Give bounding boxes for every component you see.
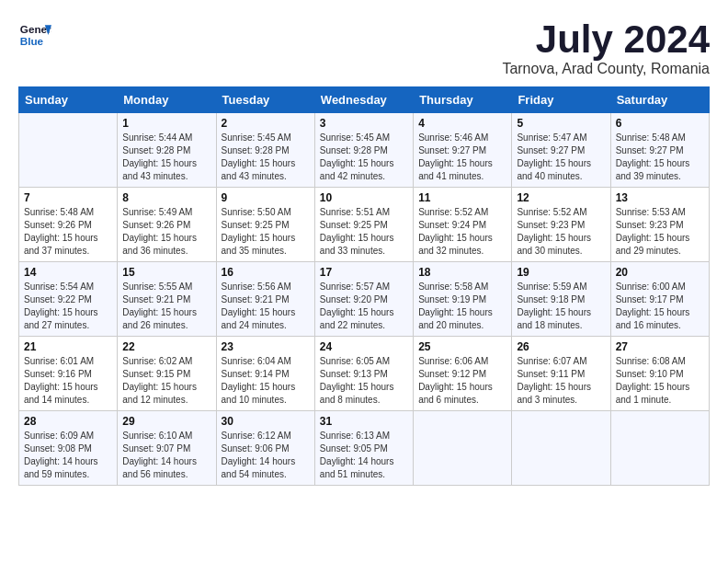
day-number: 12 bbox=[517, 191, 605, 204]
calendar-cell: 18 Sunrise: 5:58 AMSunset: 9:19 PMDaylig… bbox=[414, 262, 512, 337]
day-info: Sunrise: 6:12 AMSunset: 9:06 PMDaylight:… bbox=[222, 430, 310, 481]
calendar-table: Sunday Monday Tuesday Wednesday Thursday… bbox=[18, 86, 710, 486]
calendar-cell: 31 Sunrise: 6:13 AMSunset: 9:05 PMDaylig… bbox=[314, 411, 413, 486]
week-row-5: 28 Sunrise: 6:09 AMSunset: 9:08 PMDaylig… bbox=[19, 411, 710, 486]
day-info: Sunrise: 5:45 AMSunset: 9:28 PMDaylight:… bbox=[222, 132, 310, 183]
calendar-cell: 20 Sunrise: 6:00 AMSunset: 9:17 PMDaylig… bbox=[610, 262, 709, 337]
day-number: 31 bbox=[320, 415, 408, 428]
col-sunday: Sunday bbox=[19, 87, 118, 113]
day-number: 17 bbox=[320, 266, 408, 279]
day-number: 9 bbox=[222, 191, 310, 204]
day-number: 2 bbox=[222, 117, 310, 130]
logo-icon: General Blue bbox=[18, 18, 51, 52]
day-number: 14 bbox=[24, 266, 112, 279]
day-number: 29 bbox=[122, 415, 210, 428]
calendar-cell: 28 Sunrise: 6:09 AMSunset: 9:08 PMDaylig… bbox=[19, 411, 118, 486]
page-container: General Blue July 2024 Tarnova, Arad Cou… bbox=[18, 18, 710, 486]
day-number: 18 bbox=[418, 266, 506, 279]
day-info: Sunrise: 6:00 AMSunset: 9:17 PMDaylight:… bbox=[616, 281, 704, 332]
day-info: Sunrise: 6:05 AMSunset: 9:13 PMDaylight:… bbox=[320, 355, 408, 407]
calendar-cell bbox=[414, 411, 512, 486]
calendar-cell bbox=[19, 113, 118, 188]
day-info: Sunrise: 6:04 AMSunset: 9:14 PMDaylight:… bbox=[222, 355, 310, 407]
calendar-cell: 11 Sunrise: 5:52 AMSunset: 9:24 PMDaylig… bbox=[414, 188, 512, 262]
calendar-cell: 23 Sunrise: 6:04 AMSunset: 9:14 PMDaylig… bbox=[216, 337, 314, 411]
calendar-cell: 1 Sunrise: 5:44 AMSunset: 9:28 PMDayligh… bbox=[118, 113, 216, 188]
calendar-cell: 5 Sunrise: 5:47 AMSunset: 9:27 PMDayligh… bbox=[512, 113, 610, 188]
calendar-cell bbox=[512, 411, 610, 486]
day-info: Sunrise: 6:01 AMSunset: 9:16 PMDaylight:… bbox=[24, 355, 112, 407]
day-number: 4 bbox=[418, 117, 506, 130]
day-number: 8 bbox=[122, 191, 210, 204]
day-info: Sunrise: 6:02 AMSunset: 9:15 PMDaylight:… bbox=[122, 355, 210, 407]
week-row-3: 14 Sunrise: 5:54 AMSunset: 9:22 PMDaylig… bbox=[19, 262, 710, 337]
day-info: Sunrise: 5:45 AMSunset: 9:28 PMDaylight:… bbox=[320, 132, 408, 183]
day-number: 22 bbox=[122, 340, 210, 353]
day-info: Sunrise: 6:06 AMSunset: 9:12 PMDaylight:… bbox=[418, 355, 506, 407]
logo: General Blue bbox=[18, 18, 51, 52]
day-info: Sunrise: 5:56 AMSunset: 9:21 PMDaylight:… bbox=[222, 281, 310, 332]
day-number: 3 bbox=[320, 117, 408, 130]
col-thursday: Thursday bbox=[414, 87, 512, 113]
day-info: Sunrise: 6:09 AMSunset: 9:08 PMDaylight:… bbox=[24, 430, 112, 481]
calendar-cell: 29 Sunrise: 6:10 AMSunset: 9:07 PMDaylig… bbox=[118, 411, 216, 486]
day-number: 13 bbox=[616, 191, 704, 204]
col-saturday: Saturday bbox=[610, 87, 709, 113]
calendar-cell: 16 Sunrise: 5:56 AMSunset: 9:21 PMDaylig… bbox=[216, 262, 314, 337]
day-info: Sunrise: 5:55 AMSunset: 9:21 PMDaylight:… bbox=[122, 281, 210, 332]
calendar-cell: 30 Sunrise: 6:12 AMSunset: 9:06 PMDaylig… bbox=[216, 411, 314, 486]
calendar-cell: 21 Sunrise: 6:01 AMSunset: 9:16 PMDaylig… bbox=[19, 337, 118, 411]
col-tuesday: Tuesday bbox=[216, 87, 314, 113]
col-monday: Monday bbox=[118, 87, 216, 113]
day-info: Sunrise: 5:48 AMSunset: 9:27 PMDaylight:… bbox=[616, 132, 704, 183]
day-info: Sunrise: 5:49 AMSunset: 9:26 PMDaylight:… bbox=[122, 206, 210, 258]
day-info: Sunrise: 6:13 AMSunset: 9:05 PMDaylight:… bbox=[320, 430, 408, 481]
week-row-2: 7 Sunrise: 5:48 AMSunset: 9:26 PMDayligh… bbox=[19, 188, 710, 262]
day-number: 20 bbox=[616, 266, 704, 279]
day-number: 21 bbox=[24, 340, 112, 353]
day-number: 5 bbox=[517, 117, 605, 130]
day-number: 23 bbox=[222, 340, 310, 353]
week-row-1: 1 Sunrise: 5:44 AMSunset: 9:28 PMDayligh… bbox=[19, 113, 710, 188]
calendar-cell: 3 Sunrise: 5:45 AMSunset: 9:28 PMDayligh… bbox=[314, 113, 413, 188]
col-friday: Friday bbox=[512, 87, 610, 113]
calendar-cell: 9 Sunrise: 5:50 AMSunset: 9:25 PMDayligh… bbox=[216, 188, 314, 262]
calendar-cell bbox=[610, 411, 709, 486]
calendar-cell: 19 Sunrise: 5:59 AMSunset: 9:18 PMDaylig… bbox=[512, 262, 610, 337]
day-info: Sunrise: 5:58 AMSunset: 9:19 PMDaylight:… bbox=[418, 281, 506, 332]
day-info: Sunrise: 5:46 AMSunset: 9:27 PMDaylight:… bbox=[418, 132, 506, 183]
day-info: Sunrise: 6:07 AMSunset: 9:11 PMDaylight:… bbox=[517, 355, 605, 407]
calendar-cell: 27 Sunrise: 6:08 AMSunset: 9:10 PMDaylig… bbox=[610, 337, 709, 411]
header-row: Sunday Monday Tuesday Wednesday Thursday… bbox=[19, 87, 710, 113]
calendar-cell: 2 Sunrise: 5:45 AMSunset: 9:28 PMDayligh… bbox=[216, 113, 314, 188]
calendar-cell: 15 Sunrise: 5:55 AMSunset: 9:21 PMDaylig… bbox=[118, 262, 216, 337]
title-area: July 2024 Tarnova, Arad County, Romania bbox=[502, 18, 710, 77]
calendar-cell: 24 Sunrise: 6:05 AMSunset: 9:13 PMDaylig… bbox=[314, 337, 413, 411]
day-number: 30 bbox=[222, 415, 310, 428]
calendar-cell: 12 Sunrise: 5:52 AMSunset: 9:23 PMDaylig… bbox=[512, 188, 610, 262]
week-row-4: 21 Sunrise: 6:01 AMSunset: 9:16 PMDaylig… bbox=[19, 337, 710, 411]
day-number: 1 bbox=[122, 117, 210, 130]
calendar-cell: 17 Sunrise: 5:57 AMSunset: 9:20 PMDaylig… bbox=[314, 262, 413, 337]
calendar-cell: 4 Sunrise: 5:46 AMSunset: 9:27 PMDayligh… bbox=[414, 113, 512, 188]
calendar-cell: 6 Sunrise: 5:48 AMSunset: 9:27 PMDayligh… bbox=[610, 113, 709, 188]
day-info: Sunrise: 5:53 AMSunset: 9:23 PMDaylight:… bbox=[616, 206, 704, 258]
day-number: 25 bbox=[418, 340, 506, 353]
calendar-cell: 8 Sunrise: 5:49 AMSunset: 9:26 PMDayligh… bbox=[118, 188, 216, 262]
header: General Blue July 2024 Tarnova, Arad Cou… bbox=[18, 18, 710, 77]
day-info: Sunrise: 5:59 AMSunset: 9:18 PMDaylight:… bbox=[517, 281, 605, 332]
day-number: 16 bbox=[222, 266, 310, 279]
calendar-cell: 7 Sunrise: 5:48 AMSunset: 9:26 PMDayligh… bbox=[19, 188, 118, 262]
day-info: Sunrise: 5:52 AMSunset: 9:24 PMDaylight:… bbox=[418, 206, 506, 258]
day-info: Sunrise: 5:51 AMSunset: 9:25 PMDaylight:… bbox=[320, 206, 408, 258]
svg-text:Blue: Blue bbox=[20, 35, 44, 47]
col-wednesday: Wednesday bbox=[314, 87, 413, 113]
day-number: 24 bbox=[320, 340, 408, 353]
day-info: Sunrise: 6:08 AMSunset: 9:10 PMDaylight:… bbox=[616, 355, 704, 407]
calendar-subtitle: Tarnova, Arad County, Romania bbox=[502, 61, 710, 77]
calendar-cell: 26 Sunrise: 6:07 AMSunset: 9:11 PMDaylig… bbox=[512, 337, 610, 411]
day-info: Sunrise: 5:54 AMSunset: 9:22 PMDaylight:… bbox=[24, 281, 112, 332]
calendar-cell: 22 Sunrise: 6:02 AMSunset: 9:15 PMDaylig… bbox=[118, 337, 216, 411]
day-number: 28 bbox=[24, 415, 112, 428]
day-info: Sunrise: 5:50 AMSunset: 9:25 PMDaylight:… bbox=[222, 206, 310, 258]
